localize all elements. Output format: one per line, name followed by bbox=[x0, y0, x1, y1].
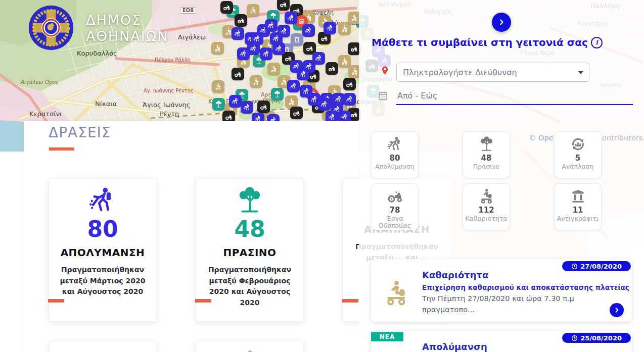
category-label: Έργα Οδοποιίας bbox=[372, 215, 418, 230]
date-range-input[interactable] bbox=[396, 87, 633, 105]
map-marker-green[interactable] bbox=[212, 98, 225, 111]
category-button-sprayer[interactable]: 80 Απολύμανση bbox=[371, 131, 419, 178]
marker-icon bbox=[223, 4, 231, 11]
clock-icon bbox=[571, 263, 578, 270]
neighborhood-panel: © OpenStreetMap contributors. Μάθετε τι … bbox=[359, 0, 644, 352]
action-stat-card bbox=[49, 341, 157, 352]
marker-icon bbox=[249, 7, 257, 14]
marker-icon bbox=[341, 113, 348, 121]
map-marker-cleaning[interactable] bbox=[338, 22, 351, 35]
chevron-right-icon bbox=[497, 18, 505, 26]
event-date-pill: 27/08/2020 bbox=[562, 261, 631, 271]
map-marker-disinfection[interactable] bbox=[265, 19, 278, 32]
map-marker-cleaning[interactable] bbox=[267, 63, 280, 75]
category-button-roller[interactable]: 78 Έργα Οδοποιίας bbox=[371, 183, 419, 230]
map-marker-antigraffiti[interactable] bbox=[291, 33, 303, 46]
card-accent-bar bbox=[195, 299, 211, 303]
map-marker-roadworks[interactable] bbox=[277, 0, 290, 11]
marker-icon bbox=[214, 44, 221, 52]
category-button-renew[interactable]: 5 Ανάπλαση bbox=[554, 131, 602, 178]
event-description-line2: πραγματοπο... bbox=[422, 306, 475, 314]
map-marker-disinfection[interactable] bbox=[343, 93, 356, 106]
map-place-label: Αιγάλεω Όρος bbox=[20, 79, 59, 85]
map-place-label: Ρέντη bbox=[160, 110, 179, 118]
marker-icon bbox=[302, 87, 310, 95]
category-label: Πράσινο bbox=[472, 163, 501, 170]
marker-icon bbox=[232, 97, 239, 105]
map-marker-disinfection[interactable] bbox=[312, 52, 325, 65]
map-marker-disinfection[interactable] bbox=[229, 95, 242, 108]
map-marker-cleaning[interactable] bbox=[247, 4, 259, 17]
marker-icon bbox=[262, 50, 270, 58]
marker-icon bbox=[350, 45, 358, 53]
action-card-count: 80 bbox=[49, 218, 156, 240]
map-marker-disinfection[interactable] bbox=[272, 42, 285, 55]
marker-icon bbox=[306, 44, 313, 52]
location-pin-icon bbox=[380, 64, 390, 77]
event-card[interactable]: 27/08/2020 Καθαριότητα Επιχείρηση καθαρι… bbox=[371, 259, 632, 322]
marker-icon bbox=[225, 113, 233, 121]
map-marker-disinfection[interactable] bbox=[300, 85, 312, 97]
map-marker-disinfection[interactable] bbox=[237, 47, 250, 60]
map-marker-cleaning[interactable] bbox=[211, 42, 224, 55]
marker-icon bbox=[320, 100, 328, 108]
marker-icon bbox=[299, 70, 307, 78]
map-marker-disinfection[interactable] bbox=[318, 98, 331, 111]
category-label: Απολύμανση bbox=[374, 163, 416, 170]
map-marker-cleaning[interactable] bbox=[250, 75, 262, 88]
map-marker-disinfection[interactable] bbox=[324, 22, 336, 34]
panel-collapse-button[interactable] bbox=[492, 13, 511, 32]
map-marker-roadworks[interactable] bbox=[326, 62, 338, 75]
map-marker-disinfection[interactable] bbox=[241, 101, 253, 114]
map-marker-disinfection[interactable] bbox=[285, 12, 297, 24]
marker-icon bbox=[335, 95, 342, 103]
card-accent-bar bbox=[342, 299, 358, 303]
map-marker-disinfection[interactable] bbox=[260, 47, 272, 60]
site-title-line2: ΑΘΗΝΑΙΩΝ bbox=[86, 28, 169, 44]
category-button-scooter[interactable]: 112 Καθαριότητα bbox=[463, 183, 510, 230]
marker-icon bbox=[288, 98, 295, 106]
marker-icon bbox=[234, 30, 242, 37]
chevron-right-icon bbox=[613, 307, 620, 314]
map-marker-disinfection[interactable] bbox=[278, 25, 290, 37]
action-card-title: ΠΡΑΣΙΝΟ bbox=[196, 246, 303, 259]
marker-icon bbox=[267, 22, 275, 29]
action-card-icon bbox=[88, 348, 117, 352]
marker-icon bbox=[250, 45, 257, 53]
map-marker-disinfection[interactable] bbox=[302, 24, 315, 37]
marker-icon bbox=[275, 45, 283, 53]
map-marker-roadworks[interactable] bbox=[235, 14, 247, 27]
map-marker-disinfection[interactable] bbox=[297, 68, 309, 80]
marker-icon bbox=[240, 50, 247, 58]
marker-icon bbox=[243, 104, 251, 111]
marker-icon bbox=[346, 95, 353, 103]
attribution-text: contributors. bbox=[596, 134, 644, 142]
panel-title-row: Μάθετε τι συμβαίνει στη γειτονιά σας i bbox=[372, 36, 603, 48]
category-icon bbox=[387, 188, 403, 205]
marker-icon bbox=[350, 14, 358, 22]
map-marker-roadworks[interactable] bbox=[343, 78, 356, 90]
map-marker-cleaning[interactable] bbox=[212, 80, 224, 93]
map-marker-roadworks[interactable] bbox=[220, 1, 233, 14]
address-search-input[interactable] bbox=[396, 63, 589, 82]
marker-icon bbox=[287, 14, 295, 22]
category-button-tree[interactable]: 48 Πράσινο bbox=[463, 131, 510, 178]
marker-icon bbox=[341, 25, 348, 32]
map-marker-disinfection[interactable] bbox=[287, 80, 300, 92]
marker-icon bbox=[280, 27, 288, 35]
map-marker-disinfection[interactable] bbox=[232, 27, 244, 40]
marker-icon bbox=[326, 24, 334, 32]
map-marker-roadworks[interactable] bbox=[257, 100, 270, 113]
category-icon bbox=[570, 136, 586, 153]
map-marker-disinfection[interactable] bbox=[251, 32, 263, 45]
map-marker-roadworks[interactable] bbox=[290, 107, 303, 119]
event-open-button[interactable] bbox=[610, 303, 624, 317]
action-stat-card: 48 ΠΡΑΣΙΝΟ Πραγματοποιήθηκαν μεταξύ Φεβρ… bbox=[196, 178, 304, 322]
marker-icon bbox=[328, 65, 336, 72]
category-button-temple[interactable]: 11 Αντιγκράφιτι bbox=[554, 183, 602, 230]
event-card[interactable]: ΝΕΑ 25/08/2020 Απολύμανση bbox=[371, 331, 632, 352]
map-marker-green[interactable] bbox=[271, 88, 284, 100]
map-marker-roadworks[interactable] bbox=[232, 68, 244, 80]
info-icon[interactable]: i bbox=[591, 37, 603, 48]
action-card-icon bbox=[235, 348, 264, 352]
